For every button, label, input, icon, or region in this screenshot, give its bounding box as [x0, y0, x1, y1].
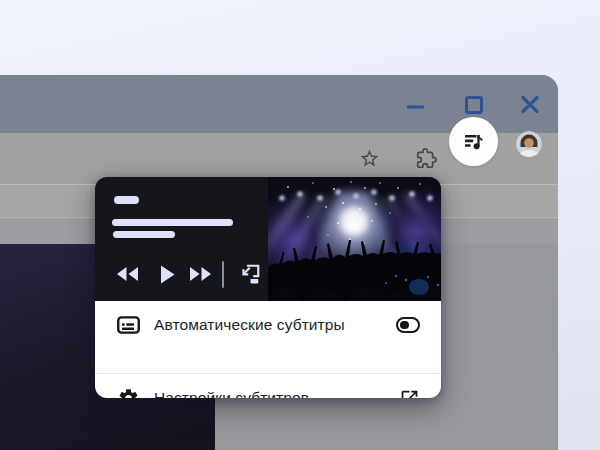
picture-in-picture-button[interactable]	[235, 261, 263, 288]
global-media-controls-button[interactable]	[459, 126, 489, 156]
media-controls-popup: Автоматические субтитры Настройки субтит…	[95, 177, 441, 398]
star-icon	[359, 148, 380, 169]
extensions-puzzle-icon	[416, 148, 437, 169]
caption-settings-label: Настройки субтитров	[154, 389, 398, 398]
next-track-button[interactable]	[187, 265, 213, 283]
toggle-knob	[400, 321, 408, 329]
media-artist-placeholder	[112, 219, 233, 227]
playlist-music-note-icon	[462, 129, 486, 153]
controls-divider	[222, 261, 224, 288]
minimize-button[interactable]	[404, 93, 428, 115]
close-icon	[521, 96, 539, 113]
media-session-card	[95, 177, 441, 301]
concert-photo	[268, 177, 441, 301]
minimize-icon	[407, 105, 425, 109]
menu-item-automatic-captions[interactable]: Автоматические субтитры	[95, 301, 441, 349]
bookmark-star-button[interactable]	[357, 146, 381, 170]
captions-toggle[interactable]	[396, 317, 420, 333]
play-icon	[160, 265, 175, 284]
previous-track-button[interactable]	[115, 265, 141, 283]
media-title-placeholder	[114, 196, 139, 204]
maximize-button[interactable]	[462, 94, 486, 118]
media-button-highlight	[449, 117, 498, 166]
extensions-button[interactable]	[414, 146, 438, 170]
close-button[interactable]	[518, 94, 542, 118]
rewind-icon	[116, 266, 140, 282]
captions-menu: Автоматические субтитры Настройки субтит…	[95, 301, 441, 398]
play-button[interactable]	[159, 264, 175, 284]
fast-forward-icon	[188, 266, 212, 282]
open-in-new-icon	[398, 387, 420, 398]
media-source-placeholder	[113, 231, 175, 239]
automatic-captions-label: Автоматические субтитры	[154, 316, 396, 334]
settings-gear-icon	[116, 386, 140, 398]
menu-item-caption-settings[interactable]: Настройки субтитров	[95, 374, 441, 398]
captions-icon	[116, 315, 140, 335]
profile-avatar-button[interactable]	[516, 131, 542, 157]
media-artwork	[268, 177, 441, 301]
desktop-background: Автоматические субтитры Настройки субтит…	[0, 0, 600, 450]
maximize-icon	[465, 96, 483, 114]
picture-in-picture-icon	[237, 262, 262, 287]
avatar-photo	[516, 131, 542, 157]
